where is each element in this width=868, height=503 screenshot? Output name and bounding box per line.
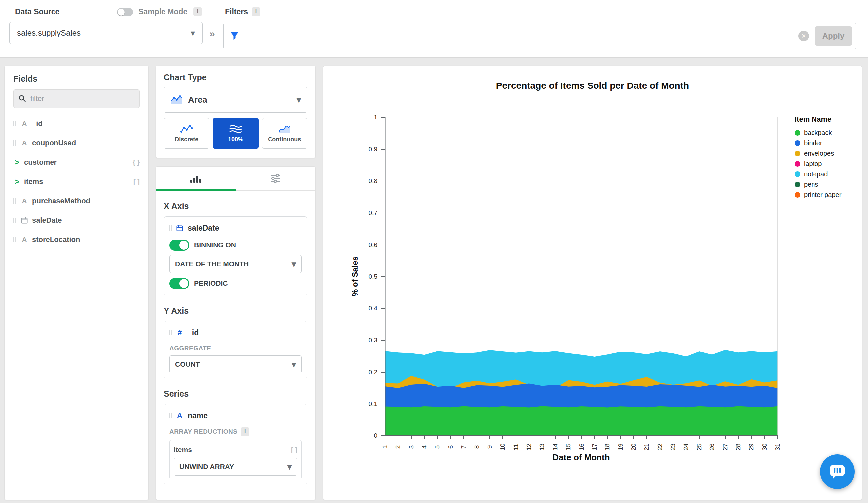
area-series-backpack[interactable]: [385, 406, 778, 436]
legend-swatch: [795, 140, 800, 146]
series-field-chip[interactable]: name: [169, 409, 302, 422]
y-tick-label: 0.3: [323, 336, 377, 344]
clear-filter-icon[interactable]: [798, 31, 809, 41]
legend-label: pens: [804, 181, 818, 188]
y-tick-mark: [382, 149, 385, 150]
aggregate-select[interactable]: COUNT: [169, 355, 302, 373]
field-name: customer: [24, 158, 57, 167]
x-tick-mark: [568, 436, 569, 439]
x-tick-mark: [385, 436, 385, 439]
data-source-label: Data Source: [15, 7, 60, 16]
aggregate-label: AGGREGATE: [169, 345, 302, 352]
legend-swatch: [795, 130, 800, 136]
y-tick-label: 0.9: [323, 145, 377, 153]
y-tick-label: 0.2: [323, 368, 377, 376]
x-tick-mark: [476, 436, 477, 439]
collapse-panel-button[interactable]: »: [209, 28, 215, 39]
x-tick-mark: [555, 436, 556, 439]
chevron-down-icon: [288, 462, 292, 472]
y-tick-label: 0: [323, 432, 377, 440]
legend-label: laptop: [804, 160, 822, 168]
data-source-value: sales.supplySales: [17, 28, 81, 38]
x-tick-mark: [437, 436, 438, 439]
y-tick-label: 0.8: [323, 177, 377, 185]
data-source-select[interactable]: sales.supplySales: [9, 22, 203, 44]
x-tick-mark: [620, 436, 621, 439]
field-row-storelocation[interactable]: storeLocation: [13, 230, 140, 249]
x-tick-mark: [581, 436, 582, 439]
x-tick-mark: [712, 436, 712, 439]
legend-swatch: [795, 192, 800, 198]
x-tick-mark: [685, 436, 686, 439]
binning-toggle[interactable]: [169, 240, 189, 251]
calendar-icon: [20, 217, 29, 224]
legend-title: Item Name: [795, 115, 861, 124]
encoding-tabs: [156, 167, 316, 191]
filters-info-icon[interactable]: [251, 7, 260, 16]
chart-variant-group: Discrete 100% Continuous: [164, 118, 307, 149]
x-tick-mark: [489, 436, 490, 439]
string-type-icon: [20, 120, 29, 128]
binning-unit-value: DATE OF THE MONTH: [175, 260, 249, 268]
array-reduction-box: items [ ] UNWIND ARRAY: [169, 440, 302, 479]
x-tick-label: 4: [421, 445, 428, 449]
field-row-customer[interactable]: customer { }: [13, 153, 140, 172]
tab-customize[interactable]: [236, 167, 316, 190]
filters-label: Filters: [225, 7, 248, 16]
field-row-purchasemethod[interactable]: purchaseMethod: [13, 191, 140, 211]
field-name: couponUsed: [32, 139, 76, 147]
field-name: purchaseMethod: [32, 197, 90, 205]
x-axis-field-chip[interactable]: saleDate: [169, 221, 302, 234]
x-tick-label: 15: [565, 443, 572, 451]
tab-encode[interactable]: [156, 167, 236, 190]
y-tick-mark: [382, 340, 385, 341]
field-search-input[interactable]: [30, 94, 135, 103]
apply-button[interactable]: Apply: [815, 26, 852, 46]
chevron-down-icon: [191, 28, 195, 38]
y-tick-mark: [382, 244, 385, 245]
expand-chevron-icon[interactable]: [14, 158, 19, 167]
chart-legend: Item Name backpackbinderenvelopeslaptopn…: [795, 115, 861, 200]
filter-input[interactable]: [244, 23, 798, 49]
x-tick-mark: [516, 436, 516, 439]
sample-mode-info-icon[interactable]: [194, 7, 202, 16]
field-row-id[interactable]: _id: [13, 114, 140, 133]
x-tick-mark: [646, 436, 647, 439]
binning-unit-select[interactable]: DATE OF THE MONTH: [169, 255, 302, 273]
x-tick-label: 13: [538, 443, 546, 451]
drag-handle-icon: [169, 225, 172, 231]
x-tick-label: 11: [513, 444, 520, 451]
y-axis-field-chip[interactable]: _id: [169, 326, 302, 339]
chevron-down-icon: [292, 259, 296, 270]
legend-item-laptop: laptop: [795, 159, 861, 169]
y-tick-mark: [382, 372, 385, 373]
field-row-saledate[interactable]: saleDate: [13, 211, 140, 230]
x-tick-label: 30: [761, 443, 768, 451]
field-row-items[interactable]: items [ ]: [13, 172, 140, 191]
periodic-toggle[interactable]: [169, 278, 189, 289]
x-axis-section-title: X Axis: [164, 201, 307, 211]
x-tick-mark: [633, 436, 634, 439]
y-tick-mark: [382, 181, 385, 181]
aggregate-value: COUNT: [175, 360, 200, 368]
expand-chevron-icon[interactable]: [14, 177, 19, 186]
chart-type-select[interactable]: Area: [164, 87, 307, 113]
array-field-name: items: [174, 446, 192, 454]
variant-100-percent-button[interactable]: 100%: [213, 118, 258, 149]
number-type-icon: [175, 328, 184, 337]
unwind-array-select[interactable]: UNWIND ARRAY: [174, 458, 297, 476]
variant-discrete-button[interactable]: Discrete: [164, 118, 209, 149]
variant-continuous-button[interactable]: Continuous: [262, 118, 307, 149]
legend-item-notepad: notepad: [795, 169, 861, 179]
field-row-couponused[interactable]: couponUsed: [13, 133, 140, 153]
plot-area: 00.10.20.30.40.50.60.70.80.9112345678910…: [323, 66, 862, 500]
x-tick-label: 22: [656, 443, 664, 451]
array-reductions-info-icon[interactable]: [240, 427, 249, 436]
chat-launcher-button[interactable]: [820, 454, 855, 489]
search-icon: [18, 95, 26, 103]
x-tick-label: 2: [394, 445, 402, 449]
field-search-box[interactable]: [13, 90, 140, 108]
filter-bar[interactable]: Apply: [223, 23, 856, 49]
x-tick-mark: [673, 436, 673, 439]
sample-mode-toggle[interactable]: [117, 8, 133, 16]
